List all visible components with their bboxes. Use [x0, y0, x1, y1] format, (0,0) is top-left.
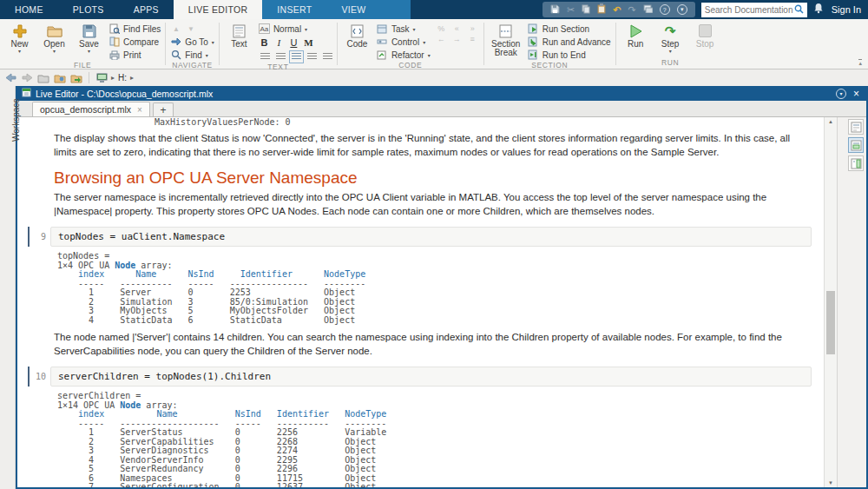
layout-output-inline-button[interactable]: [848, 137, 864, 153]
smart-indent-icon[interactable]: ≡: [466, 35, 479, 43]
run-to-end-button[interactable]: Run to End: [528, 49, 611, 61]
open-button[interactable]: Open ▾: [39, 20, 69, 54]
go-to-dropdown-icon[interactable]: ▾: [212, 39, 214, 45]
ribbon-right-cluster: ✂ ↶ ↷ ? ▾ Sign In: [542, 0, 868, 19]
vertical-scrollbar[interactable]: ▲ ▼: [824, 117, 837, 487]
new-window-icon[interactable]: [643, 4, 653, 15]
text-paragraph[interactable]: The display shows that the client Status…: [54, 132, 812, 159]
section-section-label: SECTION: [489, 61, 611, 71]
node-class-link[interactable]: Node: [115, 261, 135, 270]
run-button[interactable]: Run: [621, 20, 651, 49]
step-dropdown-icon[interactable]: ▾: [669, 49, 672, 54]
monospace-button[interactable]: M: [303, 37, 314, 48]
compare-button[interactable]: Compare: [108, 36, 161, 48]
go-to-button[interactable]: Go To ▾: [170, 36, 214, 48]
toolbar-options-icon[interactable]: ▾: [677, 4, 687, 15]
tab-plots[interactable]: PLOTS: [58, 0, 119, 19]
notifications-bell-icon[interactable]: [813, 2, 824, 17]
tab-close-icon[interactable]: ×: [137, 105, 142, 115]
search-input[interactable]: [705, 5, 794, 15]
collapse-ribbon-icon[interactable]: ▴: [858, 59, 862, 66]
breadcrumb-drive[interactable]: H:: [118, 73, 127, 83]
text-button[interactable]: Text: [224, 20, 254, 49]
redo-icon[interactable]: ↷: [628, 5, 636, 15]
navigate-up-icon[interactable]: ▲: [170, 23, 181, 34]
back-icon[interactable]: [4, 72, 16, 83]
window-actions-icon[interactable]: ▾: [836, 89, 846, 99]
print-button[interactable]: Print: [108, 49, 161, 61]
scrollbar-thumb[interactable]: [826, 291, 835, 354]
open-dropdown-icon[interactable]: ▾: [53, 49, 56, 54]
comment-icon[interactable]: %: [435, 24, 448, 33]
document-window-title: Live Editor - C:\Docs\opcua_demoscript.m…: [36, 89, 832, 99]
forward-icon[interactable]: [21, 72, 33, 83]
new-button[interactable]: New ▾: [4, 20, 35, 54]
browse-folder-icon[interactable]: [70, 72, 82, 83]
save-button[interactable]: Save ▾: [74, 20, 104, 54]
numbered-list-icon[interactable]: [276, 53, 286, 61]
wrap-comments-icon[interactable]: »: [466, 24, 479, 33]
align-center-icon[interactable]: [307, 53, 317, 61]
navigate-down-icon[interactable]: ▼: [185, 23, 196, 34]
new-tab-button[interactable]: +: [153, 102, 174, 116]
tab-insert[interactable]: INSERT: [262, 0, 326, 19]
find-button[interactable]: Find ▾: [170, 49, 214, 61]
run-section-icon: [528, 23, 539, 34]
node-class-link[interactable]: Node: [120, 400, 141, 410]
window-close-icon[interactable]: ×: [851, 89, 862, 99]
stop-button[interactable]: Stop: [690, 20, 720, 49]
text-style-dropdown[interactable]: Aa Normal ▾: [259, 23, 332, 35]
navigate-section-label: NAVIGATE: [170, 61, 214, 71]
copy-icon[interactable]: [582, 4, 590, 16]
step-button[interactable]: ↷ Step ▾: [655, 20, 686, 54]
text-paragraph[interactable]: The server namespace is incrementally re…: [54, 191, 812, 218]
cut-icon[interactable]: ✂: [567, 5, 575, 15]
format-buttons: B I U M: [259, 36, 332, 49]
section-break-button[interactable]: Section Break: [489, 20, 523, 57]
run-and-advance-button[interactable]: Run and Advance: [528, 36, 611, 48]
workspace-panel-tab[interactable]: Workspace: [0, 86, 16, 489]
breadcrumb-sep-icon[interactable]: ▸: [130, 74, 134, 82]
code-line[interactable]: serverChildren = topNodes(1).Children: [50, 367, 812, 387]
layout-output-right-button[interactable]: [848, 155, 864, 171]
section-heading[interactable]: Browsing an OPC UA Server Namespace: [54, 169, 812, 188]
uncomment-icon[interactable]: «: [450, 24, 464, 33]
search-icon[interactable]: [794, 2, 804, 17]
tab-live-editor[interactable]: LIVE EDITOR: [174, 0, 262, 19]
task-button[interactable]: Task ▾: [377, 23, 431, 35]
breadcrumb[interactable]: ▸ H: ▸: [95, 72, 134, 83]
find-dropdown-icon[interactable]: ▾: [206, 52, 208, 58]
sign-in-button[interactable]: Sign In: [830, 4, 861, 15]
bold-button[interactable]: B: [259, 37, 270, 48]
code-line[interactable]: topNodes = uaClient.Namespace: [50, 227, 812, 247]
scroll-up-icon[interactable]: ▲: [825, 119, 837, 124]
help-icon[interactable]: ?: [660, 4, 670, 15]
code-button[interactable]: Code: [342, 20, 372, 49]
tab-view[interactable]: VIEW: [326, 0, 380, 19]
save-dropdown-icon[interactable]: ▾: [88, 49, 90, 54]
increase-indent-icon[interactable]: →: [450, 35, 464, 43]
layout-code-only-button[interactable]: [848, 119, 864, 135]
tab-home[interactable]: HOME: [0, 0, 58, 19]
align-left-icon[interactable]: [292, 53, 301, 61]
decrease-indent-icon[interactable]: ←: [435, 35, 448, 43]
paste-icon[interactable]: [597, 3, 606, 16]
up-one-level-icon[interactable]: [37, 72, 49, 83]
cloud-folder-icon[interactable]: [54, 72, 66, 83]
undo-icon[interactable]: ↶: [613, 5, 621, 15]
file-section: New ▾ Open ▾ Save ▾ Find Files: [0, 19, 165, 69]
save-icon[interactable]: [550, 4, 560, 16]
scroll-down-icon[interactable]: ▼: [825, 480, 837, 486]
bulleted-list-icon[interactable]: [260, 53, 270, 61]
underline-button[interactable]: U: [288, 37, 299, 48]
align-right-icon[interactable]: [323, 53, 332, 61]
find-files-button[interactable]: Find Files: [108, 23, 161, 35]
tab-apps[interactable]: APPS: [119, 0, 174, 19]
refactor-button[interactable]: Refactor ▾: [377, 49, 431, 61]
new-dropdown-icon[interactable]: ▾: [18, 49, 21, 54]
control-button[interactable]: Control ▾: [377, 36, 431, 48]
text-paragraph[interactable]: The node named |'Server'| contains 14 ch…: [54, 331, 812, 358]
run-section-button[interactable]: Run Section: [528, 23, 611, 35]
document-tab[interactable]: opcua_demoscript.mlx ×: [32, 102, 150, 116]
italic-button[interactable]: I: [273, 37, 285, 48]
